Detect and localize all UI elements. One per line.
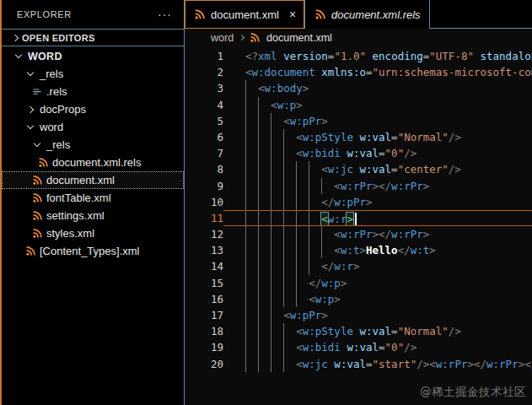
tab-label: document.xml bbox=[211, 8, 279, 21]
indent-guides bbox=[245, 194, 321, 210]
tree-item-settings-xml[interactable]: settings.xml bbox=[2, 207, 184, 224]
code-editor[interactable]: 1<?xml version="1.0" encoding="UTF-8" st… bbox=[185, 46, 532, 372]
code-line-15[interactable]: 15</w:p> bbox=[185, 275, 532, 291]
tree-item-label: _rels bbox=[40, 68, 63, 80]
indent-guides bbox=[245, 291, 309, 307]
line-number[interactable]: 4 bbox=[185, 97, 223, 113]
sidebar-editor-divider[interactable] bbox=[184, 0, 185, 405]
xml-file-icon bbox=[30, 174, 44, 187]
breadcrumb-folder[interactable]: word bbox=[211, 32, 234, 44]
line-number[interactable]: 15 bbox=[185, 275, 223, 291]
line-number[interactable]: 6 bbox=[185, 129, 223, 145]
explorer-title: EXPLORER bbox=[17, 9, 72, 19]
tree-item--rels[interactable]: _rels bbox=[2, 65, 184, 83]
tree-item-fonttable-xml[interactable]: fontTable.xml bbox=[2, 189, 184, 207]
tree-item-docprops[interactable]: docProps bbox=[2, 100, 184, 118]
line-number[interactable]: 14 bbox=[185, 258, 223, 274]
explorer-sidebar: EXPLORER ··· OPEN EDITORS WORD_rels.rels… bbox=[2, 0, 184, 405]
xml-file-icon bbox=[36, 156, 50, 170]
line-number[interactable]: 3 bbox=[185, 80, 223, 96]
code-line-5[interactable]: 5<w:pPr> bbox=[185, 113, 532, 129]
indent-guides bbox=[245, 339, 296, 355]
code-line-19[interactable]: 19<w:bidi w:val="0"/> bbox=[185, 339, 532, 355]
code-line-11[interactable]: 11<w:r> bbox=[185, 210, 532, 226]
chevron-down-icon bbox=[24, 68, 37, 81]
line-content: <w:pStyle w:val="Normal"/> bbox=[223, 323, 532, 339]
line-content: <w:rPr></w:rPr> bbox=[223, 226, 532, 242]
code-line-14[interactable]: 14</w:r> bbox=[185, 258, 532, 274]
code-line-6[interactable]: 6<w:pStyle w:val="Normal"/> bbox=[185, 129, 532, 145]
code-line-20[interactable]: 20<w:jc w:val="start"/><w:rPr></w:rPr></… bbox=[185, 356, 532, 372]
editor-group: document.xml × document.xml.rels word do… bbox=[185, 0, 532, 405]
vscode-window: EXPLORER ··· OPEN EDITORS WORD_rels.rels… bbox=[0, 0, 532, 405]
line-number[interactable]: 17 bbox=[185, 307, 223, 323]
line-number[interactable]: 19 bbox=[185, 339, 223, 355]
tree-item-label: styles.xml bbox=[46, 227, 94, 240]
explorer-header: EXPLORER ··· bbox=[2, 0, 184, 29]
code-line-12[interactable]: 12<w:rPr></w:rPr> bbox=[185, 226, 532, 242]
line-number[interactable]: 11 bbox=[185, 210, 223, 226]
code-line-2[interactable]: 2<w:document xmlns:o="urn:schemas-micros… bbox=[185, 64, 532, 80]
code-line-17[interactable]: 17<w:pPr> bbox=[185, 307, 532, 323]
code-line-1[interactable]: 1<?xml version="1.0" encoding="UTF-8" st… bbox=[185, 48, 532, 64]
line-number[interactable]: 8 bbox=[185, 161, 223, 177]
line-content: <w:bidi w:val="0"/> bbox=[223, 145, 532, 161]
line-content: </w:p> bbox=[223, 275, 532, 291]
line-number[interactable]: 5 bbox=[185, 113, 223, 129]
tree-item--rels[interactable]: _rels bbox=[2, 136, 184, 154]
chevron-down-icon bbox=[12, 50, 25, 63]
line-content: <w:bidi w:val="0"/> bbox=[223, 339, 532, 355]
tab-label: document.xml.rels bbox=[331, 8, 420, 21]
tree-item-document-xml-rels[interactable]: document.xml.rels bbox=[2, 154, 184, 171]
code-line-7[interactable]: 7<w:bidi w:val="0"/> bbox=[185, 145, 532, 161]
breadcrumb-file[interactable]: document.xml bbox=[266, 32, 332, 44]
tree-item--rels[interactable]: .rels bbox=[2, 83, 184, 100]
code-line-8[interactable]: 8<w:jc w:val="center"/> bbox=[185, 161, 532, 177]
line-content: <w:p> bbox=[223, 97, 532, 113]
xml-file-icon bbox=[250, 32, 261, 43]
line-content: <w:t>Hello</w:t> bbox=[223, 242, 532, 258]
indent-guides bbox=[245, 113, 283, 129]
line-content: <w:pPr> bbox=[223, 113, 532, 129]
code-line-13[interactable]: 13<w:t>Hello</w:t> bbox=[185, 242, 532, 258]
tree-item-label: word bbox=[40, 121, 63, 133]
line-number[interactable]: 12 bbox=[185, 226, 223, 242]
line-number[interactable]: 9 bbox=[185, 178, 223, 194]
code-line-3[interactable]: 3<w:body> bbox=[185, 80, 532, 96]
chevron-down-icon bbox=[30, 138, 44, 152]
code-line-4[interactable]: 4<w:p> bbox=[185, 97, 532, 113]
code-line-10[interactable]: 10</w:pPr> bbox=[185, 194, 532, 210]
code-line-18[interactable]: 18<w:pStyle w:val="Normal"/> bbox=[185, 323, 532, 339]
line-number[interactable]: 10 bbox=[185, 194, 223, 210]
line-number[interactable]: 7 bbox=[185, 145, 223, 161]
line-number[interactable]: 13 bbox=[185, 242, 223, 258]
xml-file-icon bbox=[30, 192, 44, 205]
tree-item-styles-xml[interactable]: styles.xml bbox=[2, 224, 184, 242]
more-actions-icon[interactable]: ··· bbox=[158, 10, 172, 19]
line-number[interactable]: 18 bbox=[185, 323, 223, 339]
xml-file-icon bbox=[24, 245, 37, 258]
xml-file-icon bbox=[30, 227, 44, 240]
text-cursor bbox=[355, 213, 357, 225]
close-tab-icon[interactable]: × bbox=[289, 8, 296, 20]
line-content: <w:document xmlns:o="urn:schemas-microso… bbox=[223, 64, 532, 80]
tab-document-xml-rels[interactable]: document.xml.rels bbox=[305, 0, 429, 29]
line-number[interactable]: 20 bbox=[185, 356, 223, 372]
line-content: <w:jc w:val="start"/><w:rPr></w:rPr></w:… bbox=[223, 356, 532, 372]
file-tree: WORD_rels.relsdocPropsword_relsdocument.… bbox=[2, 46, 184, 260]
tab-document-xml[interactable]: document.xml × bbox=[185, 0, 305, 29]
open-editors-section[interactable]: OPEN EDITORS bbox=[2, 29, 184, 46]
tree-item-document-xml[interactable]: document.xml bbox=[2, 171, 184, 189]
tree-item-word[interactable]: word bbox=[2, 118, 184, 136]
line-number[interactable]: 1 bbox=[185, 48, 223, 64]
code-line-9[interactable]: 9<w:rPr></w:rPr> bbox=[185, 178, 532, 194]
line-content: <w:r> bbox=[223, 210, 532, 226]
tree-item-word[interactable]: WORD bbox=[2, 47, 184, 65]
code-line-16[interactable]: 16<w:p> bbox=[185, 291, 532, 307]
line-number[interactable]: 2 bbox=[185, 64, 223, 80]
indent-guides bbox=[245, 242, 334, 258]
tree-item--content-types-xml[interactable]: [Content_Types].xml bbox=[2, 242, 184, 260]
line-number[interactable]: 16 bbox=[185, 291, 223, 307]
tab-bar: document.xml × document.xml.rels bbox=[185, 0, 532, 29]
chevron-right-icon bbox=[239, 35, 245, 40]
